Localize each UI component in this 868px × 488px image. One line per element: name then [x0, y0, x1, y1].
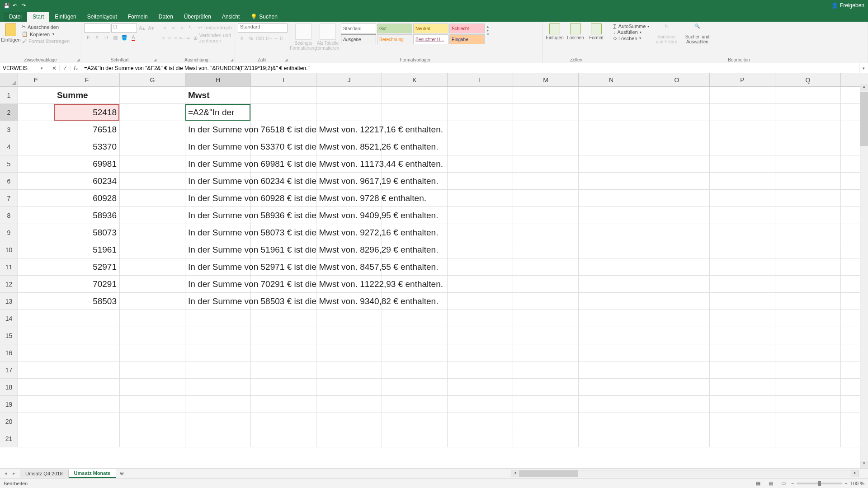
decrease-indent-button[interactable]: ⇤: [179, 34, 184, 42]
cell-E8[interactable]: [18, 207, 54, 224]
cell-O18[interactable]: [644, 379, 710, 395]
cell-K16[interactable]: [382, 344, 448, 361]
cell-J16[interactable]: [316, 344, 382, 361]
col-header-N[interactable]: N: [579, 73, 644, 86]
cell-E7[interactable]: [18, 190, 54, 206]
clear-button[interactable]: ◇Löschen▾: [613, 35, 649, 41]
save-icon[interactable]: 💾: [4, 3, 9, 8]
cell-M15[interactable]: [513, 327, 579, 344]
cell-E9[interactable]: [18, 224, 54, 241]
cell-E17[interactable]: [18, 361, 54, 378]
cell-I18[interactable]: [251, 379, 316, 395]
cell-N8[interactable]: [579, 207, 644, 224]
cell-N20[interactable]: [579, 413, 644, 430]
cell-P19[interactable]: [710, 396, 775, 413]
cell-E19[interactable]: [18, 396, 54, 413]
cell-F13[interactable]: 58503: [54, 293, 120, 310]
col-header-H[interactable]: H: [185, 73, 251, 86]
cell-F14[interactable]: [54, 310, 120, 327]
cell-G8[interactable]: [120, 207, 185, 224]
cell-O7[interactable]: [644, 190, 710, 206]
row-header-6[interactable]: 6: [0, 173, 18, 189]
cell-H20[interactable]: [185, 413, 251, 430]
zoom-out-button[interactable]: −: [791, 481, 794, 486]
row-header-14[interactable]: 14: [0, 310, 18, 327]
font-color-button[interactable]: A: [129, 33, 137, 42]
cell-G18[interactable]: [120, 379, 185, 395]
cell-J1[interactable]: [316, 87, 382, 103]
cell-M14[interactable]: [513, 310, 579, 327]
cell-G1[interactable]: [120, 87, 185, 103]
col-header-F[interactable]: F: [54, 73, 120, 86]
increase-font-button[interactable]: A▴: [138, 24, 146, 32]
cell-F15[interactable]: [54, 327, 120, 344]
row-header-4[interactable]: 4: [0, 138, 18, 155]
view-normal-button[interactable]: ▦: [753, 479, 763, 488]
cell-K20[interactable]: [382, 413, 448, 430]
cell-E18[interactable]: [18, 379, 54, 395]
cell-M10[interactable]: [513, 241, 579, 258]
row-header-15[interactable]: 15: [0, 327, 18, 344]
cell-O4[interactable]: [644, 138, 710, 155]
cell-M8[interactable]: [513, 207, 579, 224]
cell-E5[interactable]: [18, 155, 54, 172]
tab-pagelayout[interactable]: Seitenlayout: [82, 12, 123, 22]
cell-Q12[interactable]: [775, 276, 841, 292]
cell-G2[interactable]: [120, 104, 185, 121]
cell-P21[interactable]: [710, 430, 775, 447]
conditional-formatting-button[interactable]: Bedingte Formatierung: [292, 23, 315, 51]
cell-M2[interactable]: [513, 104, 579, 121]
cell-P14[interactable]: [710, 310, 775, 327]
tab-formulas[interactable]: Formeln: [123, 12, 153, 22]
cell-I19[interactable]: [251, 396, 316, 413]
cell-F4[interactable]: 53370: [54, 138, 120, 155]
align-left-button[interactable]: ≡: [161, 34, 166, 42]
percent-button[interactable]: %: [247, 34, 255, 42]
cell-N12[interactable]: [579, 276, 644, 292]
cell-M17[interactable]: [513, 361, 579, 378]
sheet-tab-umsatz-monate[interactable]: Umsatz Monate: [69, 469, 117, 478]
cell-L5[interactable]: [448, 155, 513, 172]
row-header-3[interactable]: 3: [0, 121, 18, 138]
horizontal-scrollbar[interactable]: ◂ ▸: [511, 470, 859, 477]
sheet-tab-umsatz-q4[interactable]: Umsatz Q4 2018: [20, 469, 69, 478]
cell-P6[interactable]: [710, 173, 775, 189]
cell-G14[interactable]: [120, 310, 185, 327]
cell-H11[interactable]: In der Summe von 52971 € ist die Mwst vo…: [185, 258, 251, 275]
row-header-1[interactable]: 1: [0, 87, 18, 103]
row-header-12[interactable]: 12: [0, 276, 18, 292]
cell-P20[interactable]: [710, 413, 775, 430]
cell-F19[interactable]: [54, 396, 120, 413]
cell-J15[interactable]: [316, 327, 382, 344]
spreadsheet-grid[interactable]: EFGHIJKLMNOPQ 1SummeMwst252418=A2&"In de…: [0, 73, 868, 468]
cell-N2[interactable]: [579, 104, 644, 121]
cell-N11[interactable]: [579, 258, 644, 275]
fill-button[interactable]: ↓Ausfüllen▾: [613, 29, 649, 35]
clipboard-launcher[interactable]: ◢: [77, 58, 80, 62]
cell-O17[interactable]: [644, 361, 710, 378]
currency-button[interactable]: $: [238, 34, 246, 42]
cell-O6[interactable]: [644, 173, 710, 189]
cell-H3[interactable]: In der Summe von 76518 € ist die Mwst vo…: [185, 121, 251, 138]
scroll-up-button[interactable]: ▴: [860, 84, 868, 91]
underline-button[interactable]: U: [102, 33, 110, 42]
scroll-down-button[interactable]: ▾: [860, 461, 868, 468]
align-top-button[interactable]: ≡: [161, 23, 169, 32]
cell-P11[interactable]: [710, 258, 775, 275]
cell-M6[interactable]: [513, 173, 579, 189]
cell-L18[interactable]: [448, 379, 513, 395]
delete-cells-button[interactable]: Löschen: [566, 23, 585, 40]
bold-button[interactable]: F: [84, 33, 92, 42]
row-header-17[interactable]: 17: [0, 361, 18, 378]
tab-review[interactable]: Überprüfen: [179, 12, 217, 22]
cell-P5[interactable]: [710, 155, 775, 172]
cell-M4[interactable]: [513, 138, 579, 155]
col-header-M[interactable]: M: [513, 73, 579, 86]
cell-G10[interactable]: [120, 241, 185, 258]
paste-button[interactable]: Einfügen: [3, 23, 19, 42]
add-sheet-button[interactable]: ⊕: [116, 469, 127, 478]
alignment-launcher[interactable]: ◢: [231, 58, 233, 62]
cell-L11[interactable]: [448, 258, 513, 275]
insert-cells-button[interactable]: Einfügen: [545, 23, 564, 40]
cell-G3[interactable]: [120, 121, 185, 138]
